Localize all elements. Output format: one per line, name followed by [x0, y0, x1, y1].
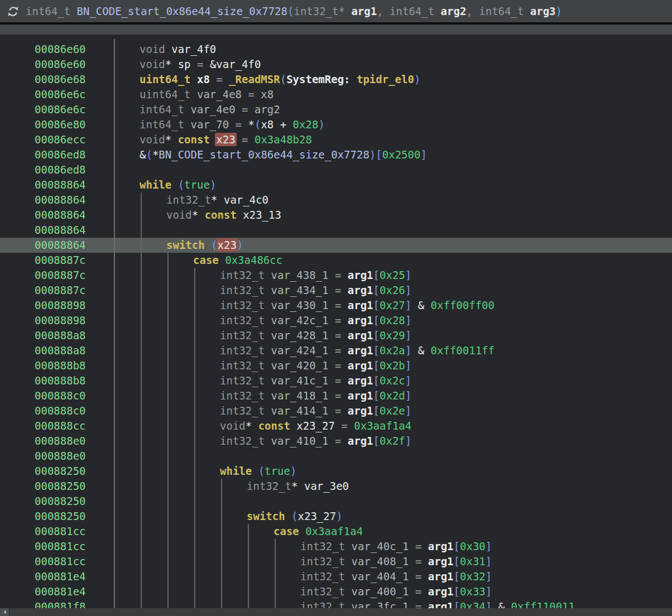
address[interactable]: 00088864: [35, 223, 86, 238]
address[interactable]: 000881cc: [35, 539, 86, 554]
signature-token[interactable]: arg2: [434, 5, 466, 17]
address[interactable]: 00086e60: [35, 57, 86, 72]
address[interactable]: 00088898: [35, 313, 86, 328]
code-token[interactable]: x23_27: [298, 510, 337, 522]
code-token[interactable]: tpidr_el0: [357, 73, 414, 85]
code-token[interactable]: =: [328, 329, 347, 341]
signature-token[interactable]: int64_t: [479, 5, 524, 17]
code-token[interactable]: =: [328, 389, 347, 402]
code-token[interactable]: =: [191, 58, 210, 70]
code-line[interactable]: void* const x23_27 = 0x3aaf1a4: [220, 418, 411, 434]
code-row[interactable]: 000888e0int32_t var_410_1 = arg1[0x2f]: [0, 434, 672, 449]
code-token[interactable]: var_3fc_1: [352, 600, 409, 608]
address[interactable]: 00086ed8: [35, 147, 86, 162]
signature-token[interactable]: int64_t: [390, 5, 434, 17]
code-token[interactable]: 0x2b: [380, 359, 405, 372]
code-token[interactable]: 0x32: [460, 570, 486, 583]
code-token[interactable]: [: [373, 269, 380, 281]
code-line[interactable]: int32_t var_438_1 = arg1[0x25]: [220, 268, 411, 283]
function-signature[interactable]: int64_t BN_CODE_start_0x86e44_size_0x772…: [26, 5, 562, 17]
code-line[interactable]: int32_t var_434_1 = arg1[0x26]: [220, 283, 411, 298]
code-row[interactable]: 00088864: [0, 223, 672, 238]
code-token[interactable]: *: [152, 148, 159, 161]
code-token[interactable]: [205, 239, 211, 251]
code-row[interactable]: 00088864int32_t* var_4c0: [0, 192, 672, 208]
code-token[interactable]: [: [373, 389, 380, 402]
code-token[interactable]: ): [336, 510, 342, 522]
code-line[interactable]: void* const x23 = 0x3a48b28: [140, 132, 312, 147]
code-token[interactable]: =: [328, 299, 347, 311]
code-token[interactable]: var_40c_1: [352, 540, 409, 552]
code-token[interactable]: =: [409, 585, 428, 598]
code-token[interactable]: *: [248, 118, 254, 131]
code-token[interactable]: int32_t: [220, 435, 271, 447]
code-token[interactable]: int32_t: [300, 585, 352, 598]
code-token[interactable]: while: [140, 179, 171, 191]
code-token[interactable]: [: [454, 585, 460, 598]
code-token[interactable]: arg1: [348, 269, 373, 281]
code-line[interactable]: &(*BN_CODE_start_0x86e44_size_0x7728)[0x…: [140, 147, 427, 162]
code-token[interactable]: int32_t: [220, 344, 271, 357]
code-row[interactable]: 00088250: [0, 494, 672, 509]
code-token[interactable]: ]: [405, 299, 411, 311]
signature-token[interactable]: (: [287, 5, 294, 17]
address[interactable]: 00086e80: [35, 117, 86, 132]
signature-token[interactable]: BN_CODE_start_0x86e44_size_0x7728: [77, 5, 288, 17]
code-token[interactable]: int32_t: [247, 480, 291, 492]
code-row[interactable]: 00086e6cint64_t var_4e0 = arg2: [0, 102, 672, 117]
code-token[interactable]: int32_t: [220, 329, 271, 341]
address[interactable]: 0008887c: [35, 268, 86, 283]
code-line[interactable]: int32_t var_414_1 = arg1[0x2e]: [220, 403, 411, 418]
code-token[interactable]: ]: [405, 344, 411, 357]
code-token[interactable]: ]: [405, 435, 411, 447]
code-token[interactable]: x8: [261, 88, 273, 100]
code-token[interactable]: ]: [405, 374, 411, 387]
code-token[interactable]: arg1: [348, 374, 373, 387]
code-token[interactable]: =: [242, 88, 261, 100]
address[interactable]: 00088864: [35, 177, 86, 192]
address[interactable]: 000881cc: [35, 554, 86, 569]
code-line[interactable]: int32_t* var_4c0: [166, 192, 268, 208]
address[interactable]: 000888e0: [35, 449, 86, 464]
address[interactable]: 00088250: [35, 509, 86, 524]
code-token[interactable]: &: [411, 299, 430, 311]
code-row[interactable]: 00088864switch (x23): [0, 238, 672, 253]
code-token[interactable]: [299, 525, 305, 537]
address[interactable]: 000888c0: [35, 388, 86, 403]
code-token[interactable]: ]: [486, 540, 492, 552]
code-token[interactable]: ]: [486, 555, 492, 567]
code-row[interactable]: 00088250int32_t* var_3e0: [0, 479, 672, 494]
code-row[interactable]: 00086e60void var_4f0: [0, 42, 672, 57]
code-token[interactable]: *: [246, 420, 258, 432]
address[interactable]: 00086e6c: [35, 102, 86, 117]
code-token[interactable]: [252, 465, 258, 477]
code-token[interactable]: var_410_1: [271, 435, 329, 447]
code-token[interactable]: (: [178, 179, 184, 191]
code-token[interactable]: [: [373, 299, 380, 311]
code-token[interactable]: *: [192, 209, 205, 221]
code-token[interactable]: int32_t: [220, 405, 271, 417]
code-token[interactable]: const: [258, 420, 290, 432]
code-token[interactable]: int32_t: [220, 314, 271, 326]
code-token[interactable]: int32_t: [220, 284, 271, 296]
code-token[interactable]: void: [220, 420, 246, 432]
code-token[interactable]: [: [454, 570, 460, 583]
code-token[interactable]: 0x2e: [380, 405, 405, 417]
code-line[interactable]: switch (x23_27): [247, 509, 343, 524]
code-token[interactable]: arg1: [428, 570, 454, 583]
code-token[interactable]: [: [373, 314, 380, 326]
code-token[interactable]: =: [328, 344, 347, 357]
address[interactable]: 000881cc: [35, 524, 86, 539]
code-token[interactable]: [171, 179, 177, 191]
code-token[interactable]: 0x2d: [380, 389, 405, 402]
code-token[interactable]: void: [140, 58, 165, 70]
code-token[interactable]: (: [146, 148, 152, 161]
code-row[interactable]: 000881cccase 0x3aaf1a4: [0, 524, 672, 539]
code-line[interactable]: int32_t var_428_1 = arg1[0x29]: [220, 328, 411, 343]
address[interactable]: 000888a8: [35, 343, 86, 358]
code-token[interactable]: var_70: [191, 118, 229, 131]
code-token[interactable]: var_4c0: [224, 194, 268, 206]
code-token[interactable]: arg1: [348, 435, 373, 447]
code-token[interactable]: var_434_1: [271, 284, 329, 296]
code-token[interactable]: var_41c_1: [271, 374, 329, 387]
